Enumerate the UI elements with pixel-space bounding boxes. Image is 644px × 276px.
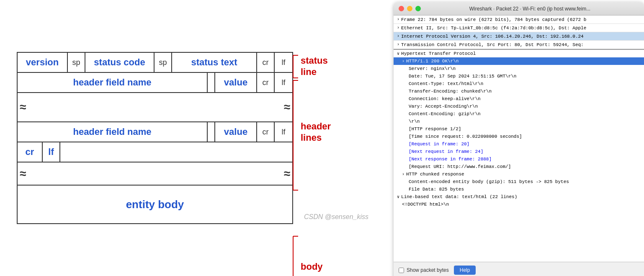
squiggly-right-1: ≈ [284, 101, 290, 114]
empty-space [60, 142, 292, 162]
proto-next-request-text: [Next request in frame: 24] [409, 149, 483, 154]
close-button[interactable] [399, 6, 404, 11]
lf1-cell: lf [275, 53, 292, 72]
header-name-1-cell: header field name [18, 73, 208, 92]
proto-chunked[interactable]: › HTTP chunked response [394, 170, 644, 178]
expand-http-icon: ∨ [397, 51, 399, 56]
proto-content-type[interactable]: Content-Type: text/html\r\n [394, 80, 644, 88]
proto-request-uri[interactable]: [Request URI: http://www.feimax.com/] [394, 163, 644, 170]
expand-icon-2: › [397, 26, 399, 30]
protocol-detail[interactable]: ∨ Hypertext Transfer Protocol › HTTP/1.1… [394, 49, 644, 262]
bottom-bar: Show packet bytes Help [394, 262, 644, 276]
expand-icon-1: › [397, 17, 399, 22]
squiggly-left-1: ≈ [20, 101, 26, 114]
lf3-cell: lf [275, 122, 292, 142]
value-1-cell: value [215, 73, 257, 92]
proto-http-header[interactable]: ∨ Hypertext Transfer Protocol [394, 50, 644, 57]
proto-time-since[interactable]: [Time since request: 0.022098000 seconds… [394, 133, 644, 140]
left-panel: version sp status code sp status text cr… [0, 0, 394, 276]
svg-text:body: body [301, 261, 323, 272]
proto-transfer-text: Transfer-Encoding: chunked\r\n [409, 89, 492, 94]
proto-http-response[interactable]: [HTTP response 1/2] [394, 125, 644, 133]
title-bar: Wireshark · Packet 22 · Wi-Fi: en0 (ip h… [394, 2, 644, 15]
header-row-1: header field name value cr lf [18, 73, 292, 93]
cr1-cell: cr [257, 53, 275, 72]
proto-next-response-text: [Next response in frame: 2888] [409, 157, 492, 162]
proto-next-response[interactable]: [Next response in frame: 2888] [394, 155, 644, 163]
entity-body-row: entity body [18, 186, 292, 223]
sp2-cell: sp [155, 53, 172, 72]
proto-server[interactable]: Server: nginx\r\n [394, 65, 644, 72]
cr-only-cell: cr [18, 142, 43, 162]
proto-next-request[interactable]: [Next request in frame: 24] [394, 148, 644, 155]
proto-connection[interactable]: Connection: keep-alive\r\n [394, 95, 644, 103]
packet-row-tcp[interactable]: › Transmission Control Protocol, Src Por… [394, 41, 644, 49]
lf-only-cell: lf [43, 142, 60, 162]
cr3-cell: cr [257, 122, 275, 142]
status-text-cell: status text [172, 53, 257, 72]
proto-file-data[interactable]: File Data: 825 bytes [394, 186, 644, 193]
entity-squiggly-row: ≈ ≈ [18, 163, 292, 186]
proto-doctype[interactable]: <!DOCTYPE html>\n [394, 201, 644, 208]
proto-connection-text: Connection: keep-alive\r\n [409, 96, 481, 101]
proto-request-in-frame[interactable]: [Request in frame: 20] [394, 140, 644, 148]
proto-http-response-text: [HTTP response 1/2] [409, 126, 461, 132]
packet-text-4: Transmission Control Protocol, Src Port:… [401, 42, 584, 47]
proto-line-based-text: Line-based text data: text/html (22 line… [401, 194, 517, 199]
sp1-cell: sp [68, 53, 85, 72]
proto-content-encoding-text: Content-Encoding: gzip\r\n [409, 111, 481, 116]
proto-vary-text: Vary: Accept-Encoding\r\n [409, 104, 478, 109]
cr2-cell: cr [257, 73, 275, 92]
expand-chunked-icon: › [402, 172, 404, 177]
proto-crlf-text: \r\n [409, 119, 420, 124]
packet-row-ethernet[interactable]: › Ethernet II, Src: Tp-LinkT_0b:d8:5c (f… [394, 24, 644, 32]
proto-request-in-frame-text: [Request in frame: 20] [409, 142, 469, 147]
packet-row-ip[interactable]: › Internet Protocol Version 4, Src: 106.… [394, 32, 644, 41]
proto-date-text: Date: Tue, 17 Sep 2024 12:51:15 GMT\r\n [409, 74, 516, 79]
proto-line-based[interactable]: ∨ Line-based text data: text/html (22 li… [394, 193, 644, 201]
proto-doctype-text: <!DOCTYPE html>\n [402, 202, 449, 207]
expand-line-based-icon: ∨ [397, 194, 399, 199]
help-button[interactable]: Help [454, 266, 476, 275]
header-name-2-cell: header field name [18, 122, 208, 142]
maximize-button[interactable] [415, 6, 421, 11]
watermark: CSDN @sensen_kiss [304, 213, 368, 221]
expand-icon-3: › [397, 34, 399, 39]
proto-crlf[interactable]: \r\n [394, 118, 644, 125]
proto-transfer-encoding[interactable]: Transfer-Encoding: chunked\r\n [394, 88, 644, 95]
proto-content-encoded[interactable]: Content-encoded entity body (gzip): 511 … [394, 178, 644, 186]
entity-body-text: entity body [126, 198, 184, 211]
header-row-2: header field name value cr lf [18, 122, 292, 142]
proto-content-encoding[interactable]: Content-Encoding: gzip\r\n [394, 110, 644, 118]
squiggly-section-1: ≈ ≈ [18, 93, 292, 122]
proto-content-encoded-text: Content-encoded entity body (gzip): 511 … [409, 179, 569, 184]
proto-date[interactable]: Date: Tue, 17 Sep 2024 12:51:15 GMT\r\n [394, 72, 644, 80]
proto-file-data-text: File Data: 825 bytes [409, 187, 464, 192]
proto-server-text: Server: nginx\r\n [409, 66, 456, 71]
proto-request-uri-text: [Request URI: http://www.feimax.com/] [409, 164, 511, 169]
proto-http-status[interactable]: › HTTP/1.1 200 OK\r\n [394, 57, 644, 65]
proto-time-since-text: [Time since request: 0.022098000 seconds… [409, 134, 522, 139]
proto-vary[interactable]: Vary: Accept-Encoding\r\n [394, 103, 644, 110]
minimize-button[interactable] [407, 6, 412, 11]
show-packet-bytes-wrapper[interactable]: Show packet bytes [399, 267, 449, 273]
value-2-cell: value [215, 122, 257, 142]
packet-row-frame[interactable]: › Frame 22: 784 bytes on wire (6272 bits… [394, 15, 644, 24]
window-title: Wireshark · Packet 22 · Wi-Fi: en0 (ip h… [421, 6, 639, 12]
expand-status-icon: › [402, 59, 404, 64]
show-packet-bytes-checkbox[interactable] [399, 268, 404, 273]
squiggly-right-2: ≈ [284, 167, 290, 181]
cr-lf-only-row: cr lf [18, 142, 292, 163]
http-diagram: version sp status code sp status text cr… [17, 52, 322, 224]
packet-text-1: Frame 22: 784 bytes on wire (6272 bits),… [401, 17, 586, 22]
divider-1 [208, 73, 215, 92]
expand-icon-4: › [397, 42, 399, 47]
squiggly-left-2: ≈ [20, 167, 26, 181]
proto-status-text: HTTP/1.1 200 OK\r\n [406, 59, 459, 64]
proto-chunked-text: HTTP chunked response [406, 172, 464, 177]
packet-list: › Frame 22: 784 bytes on wire (6272 bits… [394, 15, 644, 49]
status-code-cell: status code [85, 53, 155, 72]
wireshark-window: Wireshark · Packet 22 · Wi-Fi: en0 (ip h… [394, 2, 644, 276]
http-structure-box: version sp status code sp status text cr… [17, 52, 293, 224]
show-packet-bytes-label: Show packet bytes [407, 267, 449, 273]
